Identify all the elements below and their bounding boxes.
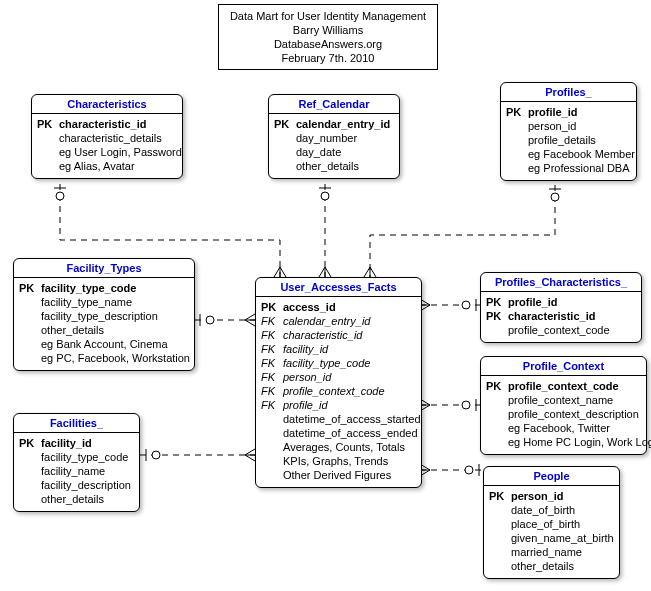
attribute-name: date_of_birth [511, 503, 575, 517]
attribute-row: datetime_of_access_started [261, 412, 416, 426]
key-indicator [19, 295, 37, 309]
attribute-row: PKcharacteristic_id [486, 309, 636, 323]
key-indicator: FK [261, 342, 279, 356]
attribute-name: eg Home PC Login, Work Login [508, 435, 651, 449]
key-indicator [261, 426, 279, 440]
entity-title: Profiles_Characteristics_ [481, 273, 641, 292]
attribute-row: characteristic_details [37, 131, 177, 145]
entity-title: Ref_Calendar [269, 95, 399, 114]
attribute-name: married_name [511, 545, 582, 559]
key-indicator [506, 119, 524, 133]
attribute-name: characteristic_details [59, 131, 162, 145]
attribute-row: profile_details [506, 133, 631, 147]
attribute-row: FKprofile_id [261, 398, 416, 412]
attribute-row: eg Home PC Login, Work Login [486, 435, 641, 449]
key-indicator [274, 131, 292, 145]
attribute-name: profile_context_name [508, 393, 613, 407]
attribute-row: given_name_at_birth [489, 531, 614, 545]
key-indicator: PK [486, 295, 504, 309]
key-indicator [37, 145, 55, 159]
key-indicator [486, 323, 504, 337]
attribute-name: eg Facebook Member [528, 147, 635, 161]
attribute-name: facility_type_description [41, 309, 158, 323]
attribute-name: day_date [296, 145, 341, 159]
entity-people: People PKperson_iddate_of_birthplace_of_… [483, 466, 620, 579]
attribute-name: other_details [41, 323, 104, 337]
entity-characteristics: Characteristics PKcharacteristic_idchara… [31, 94, 183, 179]
entity-title: User_Accesses_Facts [256, 278, 421, 297]
attribute-name: profile_context_code [508, 379, 619, 393]
key-indicator: FK [261, 356, 279, 370]
attribute-row: PKaccess_id [261, 300, 416, 314]
attribute-row: profile_context_code [486, 323, 636, 337]
entity-body: PKprofile_idPKcharacteristic_idprofile_c… [481, 292, 641, 342]
key-indicator: FK [261, 384, 279, 398]
attribute-name: calendar_entry_id [296, 117, 390, 131]
attribute-row: eg Professional DBA [506, 161, 631, 175]
entity-facility-types: Facility_Types PKfacility_type_codefacil… [13, 258, 195, 371]
key-indicator [506, 133, 524, 147]
attribute-row: facility_type_code [19, 450, 134, 464]
attribute-row: other_details [19, 323, 189, 337]
header-title: Data Mart for User Identity Management [229, 9, 427, 23]
entity-body: PKcalendar_entry_idday_numberday_dateoth… [269, 114, 399, 178]
key-indicator: PK [19, 281, 37, 295]
key-indicator [37, 159, 55, 173]
attribute-row: PKcharacteristic_id [37, 117, 177, 131]
key-indicator: PK [506, 105, 524, 119]
key-indicator: PK [489, 489, 507, 503]
attribute-name: Averages, Counts, Totals [283, 440, 405, 454]
attribute-name: eg Facebook, Twitter [508, 421, 610, 435]
attribute-row: PKfacility_id [19, 436, 134, 450]
attribute-name: other_details [296, 159, 359, 173]
entity-ref-calendar: Ref_Calendar PKcalendar_entry_idday_numb… [268, 94, 400, 179]
attribute-name: facility_description [41, 478, 131, 492]
attribute-name: person_id [283, 370, 331, 384]
attribute-name: facility_id [41, 436, 92, 450]
attribute-name: profile_id [283, 398, 328, 412]
attribute-row: eg PC, Facebook, Workstation [19, 351, 189, 365]
attribute-name: KPIs, Graphs, Trends [283, 454, 388, 468]
key-indicator [19, 464, 37, 478]
attribute-row: other_details [19, 492, 134, 506]
key-indicator [486, 435, 504, 449]
key-indicator [489, 531, 507, 545]
attribute-name: datetime_of_access_ended [283, 426, 418, 440]
attribute-name: datetime_of_access_started [283, 412, 421, 426]
attribute-row: PKprofile_context_code [486, 379, 641, 393]
attribute-name: facility_name [41, 464, 105, 478]
attribute-name: profile_id [508, 295, 558, 309]
header-site: DatabaseAnswers.org [229, 37, 427, 51]
entity-facilities: Facilities_ PKfacility_idfacility_type_c… [13, 413, 140, 512]
attribute-row: facility_name [19, 464, 134, 478]
attribute-row: place_of_birth [489, 517, 614, 531]
key-indicator [274, 159, 292, 173]
attribute-row: other_details [489, 559, 614, 573]
attribute-row: FKfacility_id [261, 342, 416, 356]
attribute-row: eg Facebook Member [506, 147, 631, 161]
key-indicator: PK [37, 117, 55, 131]
entity-user-accesses-facts: User_Accesses_Facts PKaccess_idFKcalenda… [255, 277, 422, 488]
entity-title: Profiles_ [501, 83, 636, 102]
attribute-name: eg Alias, Avatar [59, 159, 135, 173]
attribute-name: place_of_birth [511, 517, 580, 531]
entity-body: PKprofile_context_codeprofile_context_na… [481, 376, 646, 454]
key-indicator [19, 323, 37, 337]
attribute-row: eg User Login, Password [37, 145, 177, 159]
attribute-row: PKprofile_id [506, 105, 631, 119]
key-indicator [489, 545, 507, 559]
key-indicator [486, 393, 504, 407]
attribute-name: facility_id [283, 342, 328, 356]
entity-title: Facilities_ [14, 414, 139, 433]
attribute-row: day_date [274, 145, 394, 159]
key-indicator [37, 131, 55, 145]
key-indicator: PK [274, 117, 292, 131]
entity-title: Facility_Types [14, 259, 194, 278]
key-indicator [486, 421, 504, 435]
attribute-name: profile_details [528, 133, 596, 147]
attribute-name: profile_context_code [508, 323, 610, 337]
attribute-row: FKfacility_type_code [261, 356, 416, 370]
entity-body: PKfacility_idfacility_type_codefacility_… [14, 433, 139, 511]
attribute-row: profile_context_name [486, 393, 641, 407]
key-indicator: FK [261, 398, 279, 412]
